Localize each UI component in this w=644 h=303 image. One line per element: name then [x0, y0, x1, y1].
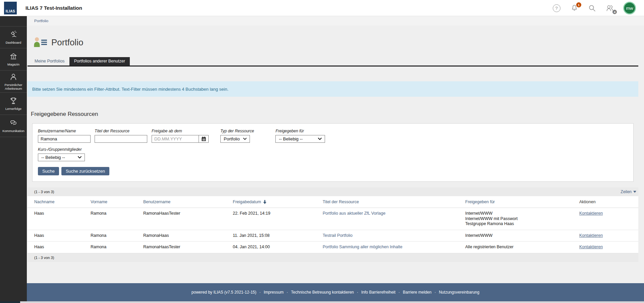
chevron-down-icon — [633, 191, 636, 193]
footer-link-nutzungsvereinbarung[interactable]: Nutzungsvereinbarung — [439, 290, 479, 295]
sidebar-item-magazin[interactable]: Magazin — [0, 48, 27, 71]
cell-freigegeben-fuer: Internet/WWW — [463, 230, 577, 242]
field-freigabe-datum: Freigabe ab dem — [152, 129, 209, 143]
column-nachname[interactable]: Nachname — [28, 196, 88, 208]
table-pager-bottom: (1 - 3 von 3) — [28, 253, 638, 262]
titel-input[interactable] — [95, 135, 147, 143]
calendar-button[interactable] — [199, 135, 208, 142]
cell-nachname: Haas — [28, 208, 88, 230]
footer-link-impressum[interactable]: Impressum — [264, 290, 283, 295]
table-row: Haas Ramona RamonaHaasTester 04. Jan 202… — [28, 242, 638, 253]
info-message: Bitte setzen Sie mindestens ein Filter-A… — [28, 81, 638, 97]
notification-badge: 1 — [576, 2, 581, 7]
help-button[interactable]: ? — [552, 4, 561, 12]
chevron-down-icon — [318, 138, 322, 140]
breadcrumb: Portfolio — [27, 16, 644, 26]
kontaktieren-link[interactable]: Kontaktieren — [579, 245, 603, 249]
dashboard-icon — [9, 30, 18, 39]
cell-benutzername: RamonaHaasTester — [141, 242, 230, 253]
filter-panel: Benutzername/Name Titel der Ressource Fr… — [32, 123, 634, 182]
benutzername-input[interactable] — [38, 135, 91, 143]
freigabe-label: Freigabe ab dem — [152, 129, 209, 133]
field-freigegeben-fuer: Freigegeben für -- Beliebig -- — [275, 129, 325, 143]
cell-benutzername: RamonaHaasTester — [141, 208, 230, 230]
contacts-button[interactable]: 4 — [605, 4, 614, 12]
sidebar-item-kommunikation[interactable]: Kommunikation — [0, 115, 27, 137]
column-vorname[interactable]: Vorname — [88, 196, 141, 208]
resource-title-link[interactable]: Testrail Portfolio — [323, 233, 353, 238]
ilias-logo[interactable]: ILIAS — [4, 2, 17, 14]
powered-by-link[interactable]: powered by ILIAS (v7.5 2021-12-15) — [192, 290, 256, 295]
share-target: Alle registrierten Benutzer — [465, 245, 574, 250]
sidebar-item-label: Magazin — [7, 62, 20, 67]
info-message-text: Bitte setzen Sie mindestens ein Filter-A… — [32, 87, 228, 92]
freigegeben-fuer-select[interactable]: -- Beliebig -- — [275, 135, 325, 143]
sidebar-item-lernerfolge[interactable]: Lernerfolge — [0, 93, 27, 115]
footer-link-barrierefreiheit[interactable]: Info Barrierefreiheit — [361, 290, 395, 295]
installation-title: ILIAS 7 Test-Installation — [25, 5, 82, 11]
resource-title-link[interactable]: Portfolio Sammlung aller möglichen Inhal… — [323, 245, 402, 249]
column-titel[interactable]: Titel der Ressource — [320, 196, 463, 208]
cell-nachname: Haas — [28, 230, 88, 242]
column-benutzername[interactable]: Benutzername — [141, 196, 230, 208]
sidebar-item-dashboard[interactable]: Dashboard — [0, 26, 27, 48]
contacts-badge: 4 — [612, 10, 617, 14]
typ-label: Typ der Ressource — [220, 129, 254, 133]
search-button[interactable] — [588, 4, 596, 12]
column-freigegeben-fuer[interactable]: Freigegeben für — [463, 196, 577, 208]
field-typ: Typ der Ressource Portfolio — [220, 129, 254, 143]
freigabe-date-input[interactable] — [152, 135, 199, 142]
freigegeben-fuer-select-value: -- Beliebig -- — [279, 136, 303, 141]
footer-separator: · — [398, 290, 400, 295]
footer-link-barriere-melden[interactable]: Barriere melden — [403, 290, 431, 295]
field-titel: Titel der Ressource — [95, 129, 147, 143]
mitglieder-select[interactable]: -- Beliebig -- — [38, 154, 85, 161]
search-button[interactable]: Suche — [38, 167, 59, 175]
help-icon: ? — [553, 4, 560, 12]
mitglieder-label: Kurs-/Gruppenmitglieder — [38, 147, 85, 152]
breadcrumb-item-portfolio[interactable]: Portfolio — [34, 19, 48, 23]
sidebar-item-label: Kommunikation — [2, 129, 25, 133]
chevron-down-icon — [243, 138, 247, 140]
rows-dropdown[interactable]: Zeilen — [621, 189, 636, 194]
horizontal-scrollbar[interactable] — [0, 301, 644, 303]
reset-search-button[interactable]: Suche zurücksetzen — [61, 167, 109, 175]
user-avatar[interactable]: mw — [623, 2, 636, 14]
kontaktieren-link[interactable]: Kontaktieren — [579, 233, 603, 238]
resources-table: Nachname Vorname Benutzername Freigabeda… — [28, 196, 638, 253]
sort-desc-icon — [263, 200, 267, 204]
header-icon-bar: ? 1 4 mw — [552, 0, 636, 16]
cell-freigegeben-fuer: Internet/WWW Internet/WWW mit Passwort T… — [463, 208, 577, 230]
cell-freigegeben-fuer: Alle registrierten Benutzer — [463, 242, 577, 253]
cell-freigabedatum: 22. Feb 2021, 14:19 — [230, 208, 320, 230]
column-aktionen: Aktionen — [577, 196, 638, 208]
titel-label: Titel der Ressource — [95, 129, 147, 133]
typ-select[interactable]: Portfolio — [220, 135, 250, 143]
table-pager-top: (1 - 3 von 3) Zeilen — [28, 187, 638, 196]
benutzername-label: Benutzername/Name — [38, 129, 91, 133]
share-target: Testgruppe Ramona Haas — [465, 221, 574, 227]
main-content: Portfolio Meine Portfolios Portfolios an… — [27, 26, 644, 283]
tab-meine-portfolios[interactable]: Meine Portfolios — [30, 57, 69, 66]
portfolio-icon — [34, 37, 47, 48]
top-header: ILIAS ILIAS 7 Test-Installation ? 1 — [0, 0, 644, 16]
field-mitglieder: Kurs-/Gruppenmitglieder -- Beliebig -- — [38, 147, 85, 161]
calendar-icon — [201, 136, 206, 141]
chevron-down-icon — [78, 156, 82, 159]
pager-count-top: (1 - 3 von 3) — [34, 190, 54, 194]
tab-portfolios-anderer-benutzer[interactable]: Portfolios anderer Benutzer — [69, 57, 130, 66]
page-footer: powered by ILIAS (v7.5 2021-12-15) · Imp… — [27, 283, 644, 301]
main-sidebar: Dashboard Magazin Persönlicher Arbeitsra… — [0, 16, 27, 301]
sidebar-item-arbeitsraum[interactable]: Persönlicher Arbeitsraum — [0, 71, 27, 93]
notifications-button[interactable]: 1 — [570, 4, 579, 12]
field-benutzername: Benutzername/Name — [38, 129, 91, 143]
column-freigabedatum[interactable]: Freigabedatum — [230, 196, 320, 208]
footer-link-technische-betreuung[interactable]: Technische Betreuung kontaktieren — [291, 290, 354, 295]
footer-separator: · — [434, 290, 436, 295]
kontaktieren-link[interactable]: Kontaktieren — [579, 211, 603, 216]
cell-nachname: Haas — [28, 242, 88, 253]
horizontal-scrollbar-thumb[interactable] — [0, 301, 20, 303]
table-row: Haas Ramona RamonaHaasTester 22. Feb 202… — [28, 208, 638, 230]
cell-vorname: Ramona — [88, 230, 141, 242]
resource-title-link[interactable]: Portfolio aus aktueller ZfL Vorlage — [323, 211, 385, 216]
